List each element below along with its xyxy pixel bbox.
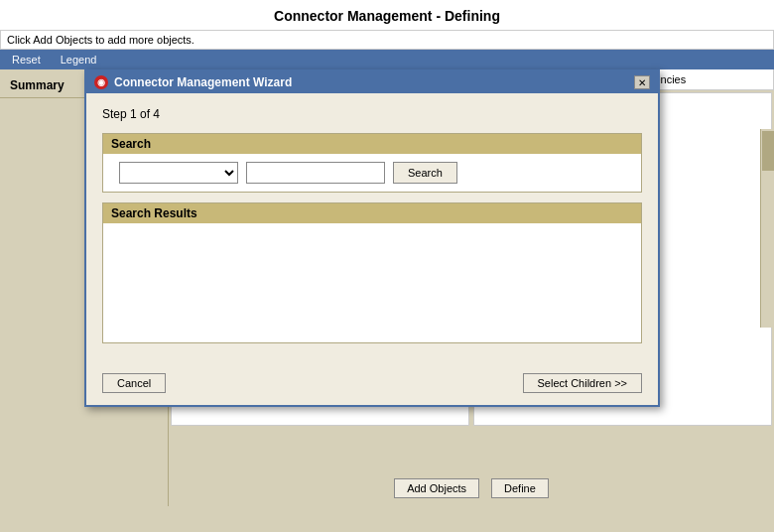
page-title: Connector Management - Defining: [0, 0, 774, 30]
select-children-button[interactable]: Select Children >>: [523, 373, 643, 393]
search-section-header: Search: [103, 134, 641, 154]
cancel-button[interactable]: Cancel: [102, 373, 166, 393]
search-text-input[interactable]: [246, 162, 385, 184]
modal-title-left: ◉ Connector Management Wizard: [94, 75, 292, 89]
modal-close-button[interactable]: ✕: [634, 75, 650, 89]
search-controls: Search: [103, 154, 641, 192]
results-content: [103, 223, 641, 342]
search-section: Search Search: [102, 133, 642, 193]
search-button[interactable]: Search: [393, 162, 457, 184]
modal-icon: ◉: [94, 75, 108, 89]
modal-dialog: ◉ Connector Management Wizard ✕ Step 1 o…: [84, 69, 660, 407]
modal-titlebar: ◉ Connector Management Wizard ✕: [86, 71, 658, 93]
modal-overlay: ◉ Connector Management Wizard ✕ Step 1 o…: [0, 30, 774, 532]
main-container: Click Add Objects to add more objects. R…: [0, 30, 774, 532]
step-text: Step 1 of 4: [102, 107, 642, 121]
modal-footer: Cancel Select Children >>: [86, 365, 658, 405]
search-results-header: Search Results: [103, 203, 641, 223]
search-dropdown[interactable]: [119, 162, 238, 184]
modal-body: Step 1 of 4 Search Search Search Results: [86, 93, 658, 365]
modal-title-text: Connector Management Wizard: [114, 75, 292, 89]
search-results-section: Search Results: [102, 202, 642, 343]
